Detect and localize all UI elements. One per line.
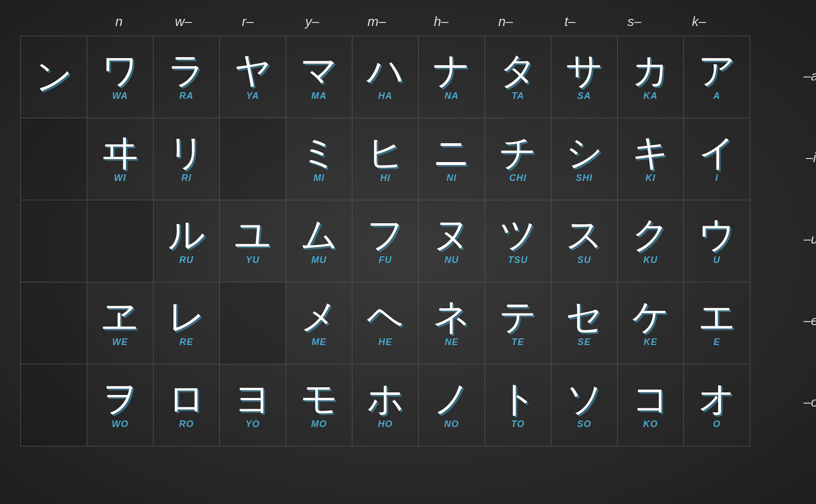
kana-wrapper: ココ <box>632 380 670 417</box>
kana-char: ア <box>698 50 736 91</box>
romaji-label: TA <box>512 91 524 101</box>
kana-char: ワ <box>101 50 139 91</box>
kana-char: ヤ <box>234 50 272 91</box>
romaji-label: MI <box>314 173 325 183</box>
col-header-5: h– <box>409 14 473 30</box>
romaji-label: RU <box>180 255 194 266</box>
kana-wrapper: ヘヘ <box>367 298 404 335</box>
cell-u-2: ルルRU <box>154 200 220 282</box>
kana-wrapper: テテ <box>499 298 537 335</box>
kana-wrapper: ヌヌ <box>433 216 471 253</box>
cell-a-8: ササSA <box>551 36 618 118</box>
kana-wrapper: フフ <box>367 216 404 253</box>
kana-wrapper: ママ <box>300 52 338 89</box>
cell-o-5: ホホHO <box>352 364 419 446</box>
col-header-0: n <box>87 14 151 30</box>
cell-u-5: フフFU <box>352 200 419 282</box>
col-header-4: m– <box>344 14 409 30</box>
romaji-label: MU <box>312 255 327 266</box>
kana-wrapper: カカ <box>632 52 670 89</box>
kana-char: リ <box>168 132 206 173</box>
romaji-label: KU <box>644 255 658 266</box>
kana-wrapper: ナナ <box>433 52 471 89</box>
kana-char: ル <box>168 214 206 255</box>
row-label-0: –a <box>798 36 816 117</box>
romaji-label: CHI <box>509 173 527 183</box>
kana-char: ウ <box>698 214 736 255</box>
romaji-label: TO <box>511 419 525 430</box>
kana-char: ハ <box>367 50 404 91</box>
romaji-label: RA <box>180 91 194 101</box>
kana-char: タ <box>499 50 537 91</box>
romaji-label: YO <box>245 419 260 430</box>
romaji-label: WO <box>112 419 129 430</box>
kana-char: シ <box>566 132 603 173</box>
romaji-label: O <box>713 419 721 430</box>
cell-a-1: ワワWA <box>87 36 154 118</box>
romaji-label: NE <box>445 337 458 348</box>
cell-u-6: ヌヌNU <box>419 200 485 282</box>
kana-wrapper: ヨヨ <box>234 380 272 417</box>
kana-char: ム <box>300 214 338 255</box>
kana-char: メ <box>300 296 338 337</box>
romaji-label: FU <box>379 255 392 266</box>
cell-a-9: カカKA <box>618 36 684 118</box>
cell-a-6: ナナNA <box>419 36 485 118</box>
kana-char: ソ <box>566 378 603 419</box>
cell-o-4: モモMO <box>286 364 352 446</box>
kana-char: ノ <box>433 378 471 419</box>
romaji-label: NI <box>447 173 457 183</box>
kana-wrapper: オオ <box>698 380 736 417</box>
col-header-6: n– <box>473 14 538 30</box>
cell-a-10: アアA <box>684 36 750 118</box>
kana-wrapper: イイ <box>698 134 736 171</box>
kana-wrapper: レレ <box>168 298 206 335</box>
kana-char: ン <box>35 56 73 96</box>
kana-char: ロ <box>168 378 206 419</box>
cell-i-5: ヒヒHI <box>352 118 419 200</box>
cell-e-3 <box>220 282 286 364</box>
kana-wrapper: アア <box>698 52 736 89</box>
kana-char: ホ <box>367 378 404 419</box>
romaji-label: NU <box>445 255 459 266</box>
cell-i-3 <box>220 118 286 200</box>
kana-wrapper: ロロ <box>168 380 206 417</box>
cell-o-3: ヨヨYO <box>220 364 286 446</box>
kana-wrapper: シシ <box>566 134 603 171</box>
col-header-8: s– <box>602 14 667 30</box>
grid-row-i: ヰヰWIリリRIミミMIヒヒHIニニNIチチCHIシシSHIキキKIイイI <box>21 118 750 200</box>
cell-i-6: ニニNI <box>419 118 485 200</box>
romaji-label: NA <box>445 91 459 101</box>
kana-wrapper: ムム <box>300 216 338 253</box>
kana-char: ラ <box>168 50 206 91</box>
kana-wrapper: ララ <box>168 52 206 89</box>
kana-wrapper: ヱヱ <box>101 298 139 335</box>
col-header-3: y– <box>280 14 344 30</box>
romaji-label: YA <box>246 91 260 101</box>
col-headers: nw–r–y–m–h–n–t–s–k– <box>87 10 796 33</box>
kana-char: キ <box>632 132 670 173</box>
romaji-label: WA <box>112 91 128 101</box>
kana-wrapper: ヒヒ <box>367 134 404 171</box>
romaji-label: E <box>713 337 720 348</box>
romaji-label: I <box>715 173 718 183</box>
cell-i-10: イイI <box>684 118 750 200</box>
kana-char: ク <box>632 214 670 255</box>
kana-char: カ <box>632 50 670 91</box>
kana-wrapper: タタ <box>499 52 537 89</box>
romaji-label: HA <box>378 91 393 101</box>
kana-wrapper: ニニ <box>433 134 471 171</box>
kana-wrapper: エエ <box>698 298 736 335</box>
cell-e-1: ヱヱWE <box>87 282 154 364</box>
row-label-4: –o <box>798 362 816 443</box>
grid-row-e: ヱヱWEレレREメメMEヘヘHEネネNEテテTEセセSEケケKEエエE <box>21 282 750 364</box>
main-container: nw–r–y–m–h–n–t–s–k– ンンワワWAララRAヤヤYAママMAハハ… <box>0 0 816 504</box>
cell-o-2: ロロRO <box>154 364 220 446</box>
col-header-2: r– <box>216 14 280 30</box>
kana-wrapper: ヲヲ <box>101 380 139 417</box>
kana-wrapper: ササ <box>566 52 603 89</box>
cell-u-8: ススSU <box>551 200 618 282</box>
romaji-label: KI <box>646 173 656 183</box>
kana-wrapper: モモ <box>300 380 338 417</box>
cell-e-4: メメME <box>286 282 352 364</box>
